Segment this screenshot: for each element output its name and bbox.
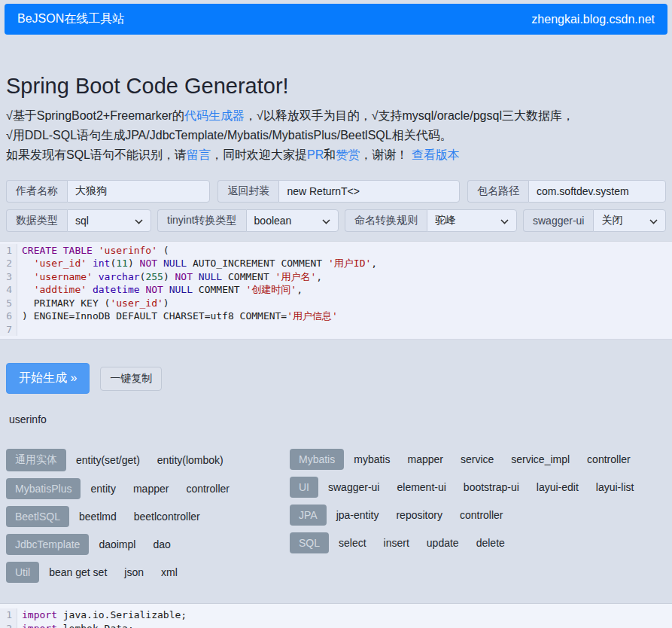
code-line: 2import lombok.Data; <box>0 622 672 628</box>
group-badge[interactable]: UI <box>290 477 318 498</box>
group-badge[interactable]: 通用实体 <box>6 449 66 471</box>
code-line: 3 'username' varchar(255) NOT NULL COMME… <box>0 270 672 284</box>
line-number: 6 <box>0 309 17 323</box>
template-link[interactable]: entity(lombok) <box>157 454 223 466</box>
template-link[interactable]: controller <box>460 509 503 521</box>
group-badge[interactable]: BeetlSQL <box>6 506 69 527</box>
chevron-down-icon <box>649 215 658 227</box>
template-link[interactable]: controller <box>587 453 631 465</box>
template-link[interactable]: swagger-ui <box>328 481 379 493</box>
template-group-row: UIswagger-uielement-uibootstrap-uilayui-… <box>290 477 651 498</box>
template-link[interactable]: insert <box>384 537 409 549</box>
result-table-name[interactable]: userinfo <box>6 413 666 425</box>
data-type-label: 数据类型 <box>6 209 67 232</box>
code-text[interactable]: 'user_id' int(11) NOT NULL AUTO_INCREMEN… <box>17 257 672 270</box>
template-link[interactable]: jpa-entity <box>336 509 379 521</box>
template-link[interactable]: element-ui <box>397 481 445 493</box>
code-text[interactable]: CREATE TABLE 'userinfo' ( <box>17 244 672 258</box>
naming-rule-group: 命名转换规则 驼峰 <box>345 209 517 232</box>
template-link[interactable]: service_impl <box>511 453 570 465</box>
template-link[interactable]: beetlmd <box>79 511 117 523</box>
author-name-group: 作者名称 <box>6 180 210 203</box>
line-number: 7 <box>0 323 17 337</box>
leave-message-link[interactable]: 留言 <box>187 148 211 161</box>
page-description: √基于SpringBoot2+Freemarker的代码生成器，√以释放双手为目… <box>6 106 666 165</box>
code-line: 2 'user_id' int(11) NOT NULL AUTO_INCREM… <box>0 257 672 270</box>
description-text: ，同时欢迎大家提 <box>211 148 307 161</box>
author-name-input[interactable] <box>67 180 210 203</box>
code-text[interactable]: PRIMARY KEY ('user_id') <box>17 297 672 310</box>
tinyint-convert-selected-value: boolean <box>254 215 292 227</box>
template-group-row: JdbcTemplatedaoimpldao <box>6 534 188 555</box>
template-link[interactable]: repository <box>396 509 442 521</box>
template-link[interactable]: bean get set <box>49 566 107 578</box>
template-link[interactable]: select <box>339 537 366 549</box>
group-badge[interactable]: SQL <box>290 532 329 553</box>
template-link[interactable]: service <box>461 453 494 465</box>
description-text: ，谢谢！ <box>360 148 411 161</box>
template-link[interactable]: delete <box>476 537 505 549</box>
template-groups-right-column: Mybatismybatismapperserviceservice_implc… <box>290 449 666 583</box>
line-number: 4 <box>0 283 17 297</box>
group-badge[interactable]: JdbcTemplate <box>6 534 89 555</box>
template-link[interactable]: beetlcontroller <box>134 511 200 523</box>
template-link[interactable]: dao <box>153 538 170 550</box>
template-link[interactable]: update <box>427 537 459 549</box>
template-groups: 通用实体entity(set/get)entity(lombok)Mybatis… <box>6 449 666 583</box>
template-link[interactable]: entity <box>90 483 115 495</box>
template-group-row: SQLselectinsertupdatedelete <box>290 532 522 553</box>
sql-code-editor[interactable]: 1CREATE TABLE 'userinfo' (2 'user_id' in… <box>0 241 672 340</box>
copy-button[interactable]: 一键复制 <box>100 367 162 391</box>
line-number: 1 <box>0 244 17 258</box>
chevron-down-icon <box>322 215 330 227</box>
template-link[interactable]: layui-edit <box>537 481 579 493</box>
swagger-ui-select[interactable]: 关闭 <box>593 209 666 232</box>
code-line: 7 <box>0 323 672 337</box>
template-link[interactable]: controller <box>186 483 230 495</box>
template-link[interactable]: bootstrap-ui <box>464 481 519 493</box>
navbar-domain-link[interactable]: zhengkai.blog.csdn.net <box>531 13 655 26</box>
pr-link[interactable]: PR <box>307 148 324 161</box>
swagger-ui-selected-value: 关闭 <box>601 214 622 227</box>
template-link[interactable]: mapper <box>407 453 442 465</box>
template-link[interactable]: layui-list <box>596 481 634 493</box>
code-text[interactable]: 'username' varchar(255) NOT NULL COMMENT… <box>17 270 672 284</box>
template-group-row: Utilbean get setjsonxml <box>6 562 195 583</box>
code-text[interactable]: ) ENGINE=InnoDB DEFAULT CHARSET=utf8 COM… <box>17 309 672 323</box>
template-link[interactable]: mapper <box>133 483 169 495</box>
group-badge[interactable]: MybatisPlus <box>6 478 81 499</box>
generate-button[interactable]: 开始生成 » <box>6 363 90 394</box>
return-wrapper-group: 返回封装 <box>217 180 460 203</box>
code-text[interactable]: import lombok.Data; <box>17 622 672 628</box>
template-group-row: MybatisPlusentitymappercontroller <box>6 478 247 499</box>
code-line: 6) ENGINE=InnoDB DEFAULT CHARSET=utf8 CO… <box>0 309 672 323</box>
author-name-label: 作者名称 <box>6 180 67 203</box>
template-link[interactable]: entity(set/get) <box>76 454 140 466</box>
template-link[interactable]: xml <box>161 566 178 578</box>
page-title: Spring Boot Code Generator! <box>6 74 666 99</box>
group-badge[interactable]: JPA <box>290 505 327 526</box>
data-type-selected-value: sql <box>75 215 89 227</box>
group-badge[interactable]: Util <box>6 562 39 583</box>
naming-rule-label: 命名转换规则 <box>345 209 427 232</box>
group-badge[interactable]: Mybatis <box>290 449 344 470</box>
template-link[interactable]: daoimpl <box>99 538 135 550</box>
code-generator-link[interactable]: 代码生成器 <box>184 109 245 122</box>
code-text[interactable]: 'addtime' datetime NOT NULL COMMENT '创建时… <box>17 283 672 297</box>
naming-rule-select[interactable]: 驼峰 <box>427 209 517 232</box>
template-link[interactable]: mybatis <box>354 453 390 465</box>
template-link[interactable]: json <box>124 566 144 578</box>
reward-link[interactable]: 赞赏 <box>336 148 360 161</box>
chevron-down-icon <box>135 215 143 227</box>
package-path-label: 包名路径 <box>467 180 528 203</box>
view-version-link[interactable]: 查看版本 <box>412 148 460 161</box>
return-wrapper-input[interactable] <box>278 180 460 203</box>
code-line: 1import java.io.Serializable; <box>0 608 672 622</box>
data-type-select[interactable]: sql <box>67 209 151 232</box>
navbar-brand[interactable]: BeJSON在线工具站 <box>17 11 124 27</box>
tinyint-convert-select[interactable]: boolean <box>246 209 339 232</box>
code-text[interactable]: import java.io.Serializable; <box>17 608 672 622</box>
package-path-input[interactable] <box>528 180 666 203</box>
code-text[interactable] <box>17 323 672 337</box>
generated-code-editor[interactable]: 1import java.io.Serializable;2import lom… <box>0 603 672 628</box>
